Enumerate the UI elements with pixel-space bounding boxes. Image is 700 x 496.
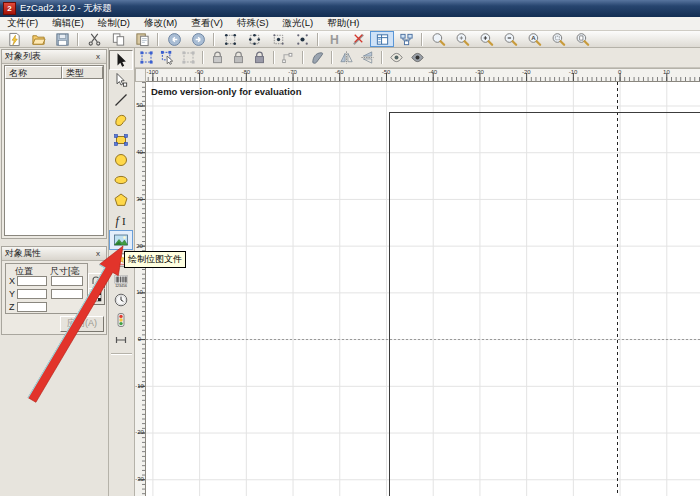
hatch-button[interactable]: H bbox=[322, 31, 346, 47]
lock-button[interactable] bbox=[207, 49, 228, 67]
cut-button[interactable] bbox=[82, 31, 106, 47]
array-button[interactable] bbox=[88, 288, 105, 305]
zoom-center-button[interactable] bbox=[450, 31, 474, 47]
circle-button[interactable] bbox=[109, 150, 133, 170]
text-button[interactable]: fI bbox=[109, 210, 133, 230]
select-button[interactable] bbox=[109, 50, 133, 70]
snap-center-button[interactable] bbox=[266, 31, 290, 47]
svg-text:I: I bbox=[122, 215, 126, 227]
new-button[interactable] bbox=[2, 31, 26, 47]
snap-edge-button[interactable] bbox=[242, 31, 266, 47]
line-button[interactable] bbox=[109, 90, 133, 110]
svg-text:H: H bbox=[330, 33, 339, 47]
x-size-input[interactable] bbox=[51, 276, 83, 286]
toolbar-separator bbox=[157, 33, 159, 46]
zoom-out-button[interactable] bbox=[498, 31, 522, 47]
drawing-canvas[interactable]: Demo version-only for evaluation bbox=[146, 82, 700, 496]
timer-button[interactable] bbox=[109, 290, 133, 310]
mark-params-button[interactable] bbox=[346, 31, 370, 47]
circle-icon bbox=[113, 152, 129, 168]
node-edit-button[interactable] bbox=[109, 70, 133, 90]
rectangle-button[interactable] bbox=[109, 130, 133, 150]
snap-object-button[interactable] bbox=[290, 31, 314, 47]
ungroup-icon bbox=[160, 50, 175, 65]
barcode-button[interactable]: 123456 bbox=[109, 270, 133, 290]
zoom-window-button[interactable] bbox=[426, 31, 450, 47]
traffic-light-button[interactable] bbox=[109, 310, 133, 330]
y-size-input[interactable] bbox=[51, 289, 83, 299]
node-edit-icon bbox=[113, 72, 129, 88]
object-list-panel: 对象列表 x 名称 类型 bbox=[1, 49, 107, 239]
lock-x-button[interactable] bbox=[228, 49, 249, 67]
copy-button[interactable] bbox=[106, 31, 130, 47]
object-list[interactable]: 名称 类型 bbox=[4, 65, 104, 236]
redo-button[interactable] bbox=[186, 31, 210, 47]
apply-button[interactable]: 应用(A) bbox=[60, 316, 104, 332]
mirror-vertical-button[interactable] bbox=[357, 49, 378, 67]
z-row-label: Z bbox=[9, 302, 17, 312]
close-icon[interactable]: x bbox=[93, 52, 103, 62]
show-eye-button[interactable] bbox=[386, 49, 407, 67]
menu-特殊s[interactable]: 特殊(S) bbox=[230, 16, 276, 31]
curve-button[interactable] bbox=[109, 110, 133, 130]
column-header-type[interactable]: 类型 bbox=[62, 66, 103, 79]
x-position-input[interactable] bbox=[17, 276, 47, 286]
menu-激光l[interactable]: 激光(L) bbox=[276, 16, 321, 31]
open-button[interactable] bbox=[26, 31, 50, 47]
group-button[interactable] bbox=[136, 49, 157, 67]
select-box-button[interactable] bbox=[178, 49, 199, 67]
object-list-panel-title: 对象列表 x bbox=[2, 50, 106, 64]
menu-查看v[interactable]: 查看(V) bbox=[184, 16, 230, 31]
snap-corner-button[interactable] bbox=[218, 31, 242, 47]
node-align-button[interactable] bbox=[278, 49, 299, 67]
workspace-boundary bbox=[389, 112, 700, 496]
zoom-page-icon bbox=[575, 32, 590, 47]
v-ruler-label: 10 bbox=[135, 289, 144, 295]
lock-dark-button[interactable] bbox=[249, 49, 270, 67]
column-header-name[interactable]: 名称 bbox=[5, 66, 62, 79]
toolbar-separator bbox=[381, 51, 383, 64]
undo-icon bbox=[167, 32, 182, 47]
redo-icon bbox=[191, 32, 206, 47]
keep-ratio-icon bbox=[91, 276, 102, 287]
svg-text:A: A bbox=[531, 34, 536, 41]
fill-button[interactable] bbox=[307, 49, 328, 67]
object-properties-title-label: 对象属性 bbox=[5, 247, 41, 260]
z-position-input[interactable] bbox=[17, 302, 47, 312]
v-ruler-label: 20 bbox=[135, 243, 144, 249]
polygon-button[interactable] bbox=[109, 190, 133, 210]
menu-绘制d[interactable]: 绘制(D) bbox=[91, 16, 137, 31]
window-title: EzCad2.12.0 - 无标题 bbox=[20, 2, 112, 15]
toolbar-separator bbox=[331, 51, 333, 64]
zoom-all-button[interactable]: A bbox=[522, 31, 546, 47]
curve-icon bbox=[113, 112, 129, 128]
menu-文件f[interactable]: 文件(F) bbox=[0, 16, 45, 31]
menu-修改m[interactable]: 修改(M) bbox=[137, 16, 184, 31]
paste-button[interactable] bbox=[130, 31, 154, 47]
ellipse-button[interactable] bbox=[109, 170, 133, 190]
hide-eye-icon bbox=[410, 50, 425, 65]
object-browser-button[interactable] bbox=[394, 31, 418, 47]
v-ruler-label: 30 bbox=[135, 196, 144, 202]
panel-grid-button[interactable] bbox=[370, 31, 394, 47]
open-icon bbox=[31, 32, 46, 47]
bitmap-button[interactable] bbox=[109, 230, 133, 250]
toolbar-separator bbox=[77, 33, 79, 46]
beam-button[interactable] bbox=[109, 330, 133, 350]
menu-编辑e[interactable]: 编辑(E) bbox=[45, 16, 91, 31]
zoom-in-button[interactable] bbox=[474, 31, 498, 47]
y-position-input[interactable] bbox=[17, 289, 47, 299]
zoom-page-button[interactable] bbox=[570, 31, 594, 47]
v-ruler-label: 0 bbox=[135, 336, 144, 342]
ungroup-button[interactable] bbox=[157, 49, 178, 67]
h-ruler-label: 0 bbox=[618, 69, 621, 75]
undo-button[interactable] bbox=[162, 31, 186, 47]
hide-eye-button[interactable] bbox=[407, 49, 428, 67]
h-ruler-label: 10 bbox=[663, 69, 670, 75]
close-icon[interactable]: x bbox=[93, 249, 103, 259]
menu-帮助h[interactable]: 帮助(H) bbox=[320, 16, 366, 31]
zoom-selection-button[interactable] bbox=[546, 31, 570, 47]
mirror-horizontal-button[interactable] bbox=[336, 49, 357, 67]
save-button[interactable] bbox=[50, 31, 74, 47]
bitmap-icon bbox=[113, 232, 129, 248]
